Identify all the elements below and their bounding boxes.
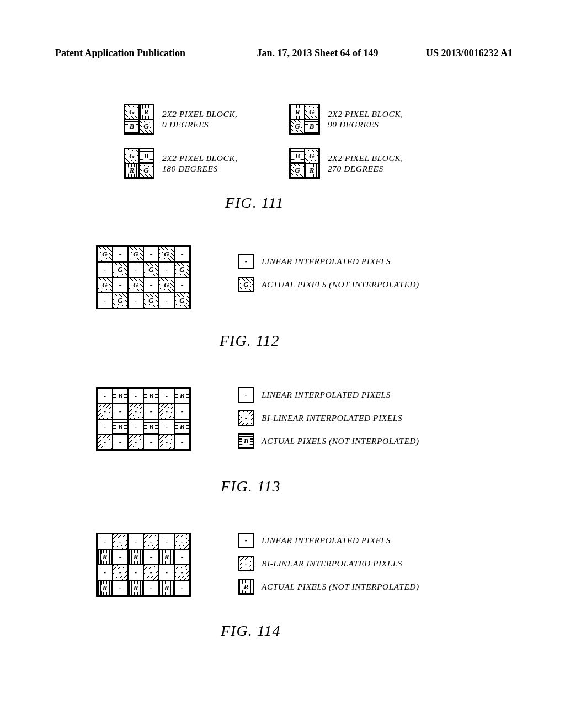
- grid-cell: G: [174, 262, 190, 277]
- pixel-block-2x2: G B R G: [124, 148, 154, 179]
- pixel-g: G: [290, 163, 305, 178]
- pixel-block-2x2: R G G B: [289, 104, 320, 135]
- grid-cell: -: [159, 262, 174, 277]
- grid-cell: -: [97, 565, 113, 580]
- grid-cell: -: [143, 404, 159, 419]
- grid-cell: -: [113, 580, 128, 596]
- pixel-block-2x2: G R B G: [124, 104, 154, 135]
- pixel-b: B: [305, 119, 319, 133]
- grid-cell: -: [159, 565, 174, 580]
- legend-swatch-linear: -: [238, 387, 254, 403]
- grid-cell: R: [128, 580, 143, 596]
- figure-label: FIG. 112: [220, 332, 280, 350]
- fig111-block-90deg: R G G B 2X2 PIXEL BLOCK,90 DEGREES: [289, 104, 403, 135]
- grid-cell: -: [97, 435, 113, 450]
- grid-cell: -: [143, 549, 159, 565]
- grid-cell: -: [113, 404, 128, 419]
- grid-cell: G: [159, 277, 174, 293]
- grid-cell: -: [159, 435, 174, 450]
- grid-cell: -: [113, 549, 128, 565]
- pixel-grid-6x4: ------R-R-R-------R-R-R-: [96, 533, 191, 597]
- grid-cell: -: [143, 247, 159, 262]
- grid-cell: -: [143, 435, 159, 450]
- grid-cell: -: [128, 404, 143, 419]
- grid-cell: B: [113, 388, 128, 404]
- grid-cell: -: [143, 277, 159, 293]
- legend-row: - BI-LINEAR INTERPOLATED PIXELS: [238, 410, 419, 426]
- grid-cell: B: [113, 419, 128, 435]
- legend-label: ACTUAL PIXELS (NOT INTERPOLATED): [262, 280, 419, 290]
- fig114-legend: - LINEAR INTERPOLATED PIXELS - BI-LINEAR…: [238, 533, 419, 595]
- grid-cell: B: [174, 388, 190, 404]
- grid-cell: -: [97, 293, 113, 308]
- grid-cell: -: [174, 580, 190, 596]
- legend-row: - BI-LINEAR INTERPOLATED PIXELS: [238, 556, 419, 571]
- grid-cell: -: [128, 435, 143, 450]
- block-caption: 2X2 PIXEL BLOCK,270 DEGREES: [328, 153, 403, 174]
- fig112-legend: - LINEAR INTERPOLATED PIXELS G ACTUAL PI…: [238, 254, 419, 292]
- pixel-r: R: [125, 163, 139, 178]
- pixel-b: B: [290, 149, 305, 163]
- grid-cell: G: [128, 247, 143, 262]
- grid-cell: -: [159, 388, 174, 404]
- grid-cell: B: [143, 419, 159, 435]
- legend-label: LINEAR INTERPOLATED PIXELS: [262, 536, 391, 545]
- legend-row: R ACTUAL PIXELS (NOT INTERPOLATED): [238, 579, 419, 595]
- grid-cell: -: [113, 534, 128, 549]
- grid-cell: -: [174, 549, 190, 565]
- grid-cell: -: [159, 404, 174, 419]
- grid-cell: -: [97, 419, 113, 435]
- grid-cell: -: [113, 247, 128, 262]
- grid-cell: -: [159, 419, 174, 435]
- block-caption: 2X2 PIXEL BLOCK,90 DEGREES: [328, 109, 403, 130]
- grid-cell: -: [97, 404, 113, 419]
- legend-row: - LINEAR INTERPOLATED PIXELS: [238, 533, 419, 548]
- grid-cell: -: [97, 388, 113, 404]
- fig114-grid: ------R-R-R-------R-R-R-: [96, 533, 191, 597]
- grid-cell: -: [174, 247, 190, 262]
- pixel-g: G: [139, 119, 153, 133]
- header-center: Jan. 17, 2013 Sheet 64 of 149: [227, 47, 408, 59]
- pixel-b: B: [125, 119, 139, 133]
- block-caption: 2X2 PIXEL BLOCK,0 DEGREES: [162, 109, 237, 130]
- grid-cell: R: [159, 580, 174, 596]
- legend-swatch-actual-b: B: [238, 433, 254, 449]
- fig112-grid: G-G-G--G-G-GG-G-G--G-G-G: [96, 245, 191, 309]
- grid-cell: -: [174, 565, 190, 580]
- grid-cell: R: [97, 549, 113, 565]
- legend-swatch-actual-r: R: [238, 579, 254, 595]
- page-header: Patent Application Publication Jan. 17, …: [55, 47, 513, 59]
- grid-cell: -: [128, 293, 143, 308]
- fig111-block-180deg: G B R G 2X2 PIXEL BLOCK,180 DEGREES: [124, 148, 237, 179]
- grid-cell: -: [128, 419, 143, 435]
- pixel-block-2x2: B G G R: [289, 148, 320, 179]
- grid-cell: -: [174, 277, 190, 293]
- fig113-legend: - LINEAR INTERPOLATED PIXELS - BI-LINEAR…: [238, 387, 419, 449]
- legend-label: LINEAR INTERPOLATED PIXELS: [262, 390, 391, 400]
- grid-cell: -: [128, 534, 143, 549]
- legend-swatch-bilinear: -: [238, 410, 254, 426]
- legend-swatch-actual-g: G: [238, 277, 254, 292]
- legend-swatch-bilinear: -: [238, 556, 254, 571]
- pixel-r: R: [139, 105, 153, 119]
- grid-cell: -: [128, 388, 143, 404]
- pixel-r: R: [290, 105, 305, 119]
- pixel-g: G: [305, 149, 319, 163]
- patent-page: Patent Application Publication Jan. 17, …: [0, 0, 565, 728]
- legend-label: BI-LINEAR INTERPOLATED PIXELS: [262, 559, 402, 569]
- legend-swatch-linear: -: [238, 254, 254, 269]
- fig113-grid: -B-B-B-------B-B-B------: [96, 387, 191, 451]
- pixel-g: G: [125, 105, 139, 119]
- grid-cell: -: [174, 534, 190, 549]
- grid-cell: -: [143, 565, 159, 580]
- pixel-g: G: [125, 149, 139, 163]
- grid-cell: -: [128, 565, 143, 580]
- fig111-block-270deg: B G G R 2X2 PIXEL BLOCK,270 DEGREES: [289, 148, 403, 179]
- grid-cell: -: [97, 534, 113, 549]
- pixel-r: R: [305, 163, 319, 178]
- pixel-b: B: [139, 149, 153, 163]
- legend-label: ACTUAL PIXELS (NOT INTERPOLATED): [262, 436, 419, 446]
- grid-cell: -: [113, 565, 128, 580]
- pixel-g: G: [139, 163, 153, 178]
- header-left: Patent Application Publication: [55, 47, 227, 59]
